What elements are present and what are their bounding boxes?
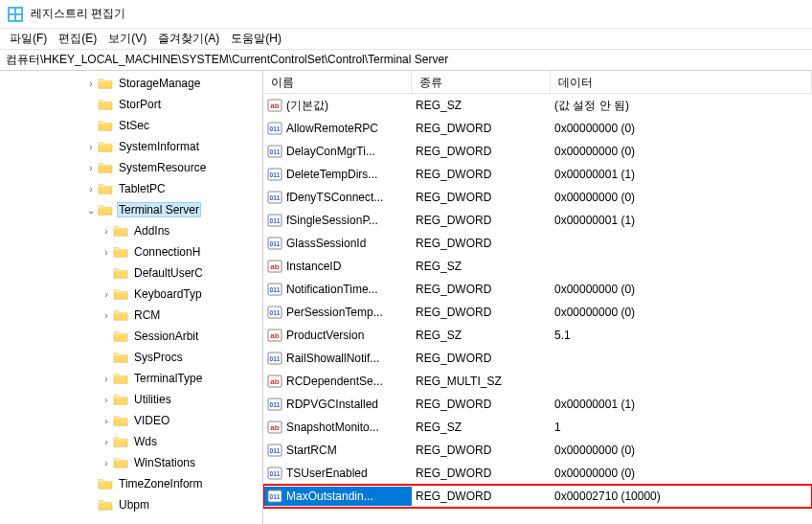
list-row[interactable]: RCDependentSe...REG_MULTI_SZ: [263, 370, 812, 393]
folder-icon: [98, 182, 113, 195]
folder-icon: [113, 330, 128, 343]
chevron-right-icon[interactable]: ›: [100, 372, 113, 385]
tree-item[interactable]: ›StorageManage: [0, 73, 262, 94]
folder-icon: [113, 287, 128, 301]
menu-view[interactable]: 보기(V): [102, 29, 152, 49]
tree-item-label: RCM: [132, 308, 162, 323]
list-row[interactable]: ProductVersionREG_SZ5.1: [263, 324, 812, 347]
tree-item[interactable]: ›RCM: [0, 305, 262, 326]
column-header-type[interactable]: 종류: [412, 71, 551, 93]
list-row[interactable]: TSUserEnabledREG_DWORD0x00000000 (0): [263, 462, 812, 485]
cell-type: REG_MULTI_SZ: [412, 373, 551, 390]
list-row[interactable]: fDenyTSConnect...REG_DWORD0x00000000 (0): [263, 186, 812, 209]
tree-item[interactable]: ›SystemInformat: [0, 136, 262, 157]
tree-item[interactable]: ›TabletPC: [0, 178, 262, 199]
folder-icon: [98, 203, 113, 216]
string-value-icon: [267, 259, 282, 274]
menu-help[interactable]: 도움말(H): [225, 29, 287, 49]
list-row[interactable]: PerSessionTemp...REG_DWORD0x00000000 (0): [263, 301, 812, 324]
chevron-right-icon[interactable]: ›: [100, 308, 113, 322]
menu-favorites[interactable]: 즐겨찾기(A): [152, 29, 225, 49]
list-row[interactable]: RDPVGCInstalledREG_DWORD0x00000001 (1): [263, 393, 812, 416]
value-name: StartRCM: [286, 444, 337, 457]
tree-item[interactable]: ⌄Terminal Server: [0, 199, 262, 220]
menu-file[interactable]: 파일(F): [4, 29, 53, 49]
tree-item-label: Ubpm: [117, 497, 151, 513]
list-panel[interactable]: 이름 종류 데이터 (기본값)REG_SZ(값 설정 안 됨)AllowRemo…: [263, 71, 812, 524]
tree-item[interactable]: SessionArbit: [0, 326, 262, 347]
list-row[interactable]: DelayConMgrTi...REG_DWORD0x00000000 (0): [263, 140, 812, 163]
chevron-right-icon[interactable]: ›: [84, 140, 98, 153]
tree-item[interactable]: StSec: [0, 115, 262, 136]
tree-item[interactable]: ›Utilities: [0, 389, 262, 410]
list-row[interactable]: NotificationTime...REG_DWORD0x00000000 (…: [263, 278, 812, 301]
tree-item[interactable]: Ubpm: [0, 494, 262, 515]
list-row[interactable]: AllowRemoteRPCREG_DWORD0x00000000 (0): [263, 117, 812, 140]
tree-item[interactable]: ›ConnectionH: [0, 241, 262, 262]
tree-item[interactable]: ›SystemResource: [0, 157, 262, 178]
dword-value-icon: [267, 236, 282, 251]
cell-type: REG_SZ: [412, 258, 551, 275]
value-name: NotificationTime...: [286, 283, 378, 296]
chevron-right-icon[interactable]: ›: [100, 393, 113, 406]
dword-value-icon: [267, 443, 282, 458]
tree-item-label: SysProcs: [132, 350, 185, 365]
folder-icon: [113, 308, 128, 322]
column-header-name[interactable]: 이름: [263, 71, 412, 93]
value-name: DeleteTempDirs...: [286, 168, 377, 181]
list-row[interactable]: GlassSessionIdREG_DWORD: [263, 232, 812, 255]
chevron-right-icon[interactable]: ›: [84, 77, 98, 90]
tree-item[interactable]: DefaultUserC: [0, 262, 262, 284]
app-icon: [8, 7, 23, 22]
chevron-right-icon[interactable]: ›: [100, 224, 113, 238]
list-row[interactable]: RailShowallNotif...REG_DWORD: [263, 347, 812, 370]
list-row[interactable]: StartRCMREG_DWORD0x00000000 (0): [263, 439, 812, 462]
list-row[interactable]: SnapshotMonito...REG_SZ1: [263, 416, 812, 439]
tree-item[interactable]: StorPort: [0, 94, 262, 115]
chevron-right-icon[interactable]: ›: [84, 182, 98, 195]
cell-type: REG_SZ: [412, 419, 551, 436]
cell-type: REG_DWORD: [412, 235, 551, 252]
tree-item[interactable]: TimeZoneInform: [0, 473, 262, 494]
window-title: 레지스트리 편집기: [31, 6, 125, 22]
list-row[interactable]: fSingleSessionP...REG_DWORD0x00000001 (1…: [263, 209, 812, 232]
chevron-right-icon[interactable]: ›: [100, 435, 113, 448]
folder-icon: [98, 161, 113, 174]
folder-icon: [98, 477, 113, 490]
cell-data: 0x00000001 (1): [551, 166, 812, 183]
chevron-right-icon[interactable]: ›: [84, 161, 98, 174]
cell-type: REG_DWORD: [412, 143, 551, 160]
list-row[interactable]: MaxOutstandin...REG_DWORD0x00002710 (100…: [263, 485, 812, 508]
cell-type: REG_DWORD: [412, 189, 551, 206]
chevron-down-icon[interactable]: ⌄: [84, 203, 98, 216]
chevron-right-icon[interactable]: ›: [100, 287, 113, 301]
value-name: ProductVersion: [286, 329, 364, 342]
cell-type: REG_DWORD: [412, 304, 551, 321]
tree-panel[interactable]: ›StorageManageStorPortStSec›SystemInform…: [0, 71, 263, 524]
cell-data: 0x00000001 (1): [551, 396, 812, 413]
tree-item[interactable]: ›WinStations: [0, 452, 262, 473]
chevron-right-icon[interactable]: ›: [100, 456, 113, 469]
tree-item[interactable]: SysProcs: [0, 347, 262, 368]
cell-type: REG_SZ: [412, 327, 551, 344]
chevron-right-icon[interactable]: ›: [100, 414, 113, 427]
tree-item[interactable]: ›TerminalType: [0, 368, 262, 389]
folder-icon: [113, 351, 128, 364]
list-row[interactable]: DeleteTempDirs...REG_DWORD0x00000001 (1): [263, 163, 812, 186]
list-row[interactable]: (기본값)REG_SZ(값 설정 안 됨): [263, 94, 812, 117]
value-name: fDenyTSConnect...: [286, 191, 383, 204]
cell-data: 0x00000000 (0): [551, 143, 812, 160]
column-header-data[interactable]: 데이터: [551, 71, 812, 93]
tree-item-label: StorPort: [117, 97, 163, 112]
tree-item[interactable]: ›AddIns: [0, 220, 262, 241]
tree-item[interactable]: ›VIDEO: [0, 410, 262, 431]
menu-edit[interactable]: 편집(E): [53, 29, 102, 49]
chevron-right-icon[interactable]: ›: [100, 245, 113, 259]
tree-item[interactable]: ›KeyboardTyp: [0, 284, 262, 305]
list-row[interactable]: InstanceIDREG_SZ: [263, 255, 812, 278]
tree-item-label: DefaultUserC: [132, 265, 205, 281]
value-name: AllowRemoteRPC: [286, 122, 378, 135]
tree-item[interactable]: ›Wds: [0, 431, 262, 452]
dword-value-icon: [267, 489, 282, 504]
address-bar[interactable]: 컴퓨터\HKEY_LOCAL_MACHINE\SYSTEM\CurrentCon…: [0, 50, 812, 71]
